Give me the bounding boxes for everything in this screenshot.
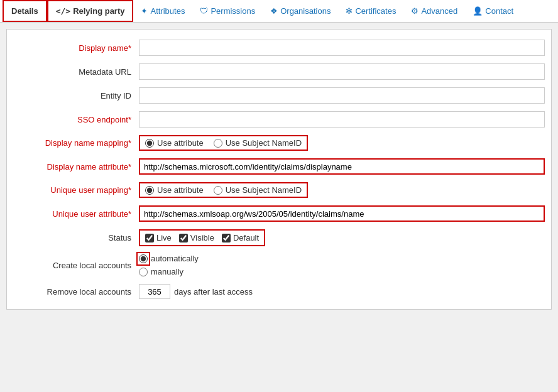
remove-days-suffix: days after last access (174, 287, 253, 297)
display-name-attribute-label: Display name attribute* (13, 162, 139, 172)
unique-use-subject-radio[interactable] (214, 186, 222, 195)
status-row: Status Live Visible Default (7, 226, 551, 250)
create-auto-option[interactable]: automatically (139, 254, 199, 263)
sso-endpoint-label: SSO endpoint* (13, 115, 139, 124)
create-auto-label: automatically (151, 254, 199, 263)
sso-endpoint-row: SSO endpoint* (7, 107, 551, 131)
remove-days-input[interactable] (139, 284, 170, 299)
unique-user-mapping-row: Unique user mapping* Use attribute Use S… (7, 178, 551, 202)
unique-use-subject-option[interactable]: Use Subject NameID (214, 185, 302, 195)
tab-relying-party[interactable]: </> Relying party (47, 0, 134, 22)
tab-bar: Details </> Relying party ✦ Attributes 🛡… (0, 0, 558, 23)
relying-party-icon: </> (56, 6, 70, 16)
tab-attributes[interactable]: ✦ Attributes (133, 1, 192, 21)
status-default-label: Default (233, 233, 259, 242)
certificates-label: Certificates (355, 6, 396, 16)
tab-organisations[interactable]: ❖ Organisations (263, 1, 338, 21)
create-local-accounts-group: automatically manually (139, 254, 199, 276)
entity-id-label: Entity ID (13, 91, 139, 101)
certificates-icon: ✻ (346, 6, 353, 16)
remove-local-accounts-label: Remove local accounts (13, 287, 139, 297)
unique-user-mapping-label: Unique user mapping* (13, 185, 139, 195)
status-live-option[interactable]: Live (145, 233, 172, 242)
permissions-icon: 🛡 (200, 6, 208, 16)
mapping-use-attribute-radio[interactable] (145, 139, 154, 148)
unique-user-mapping-group: Use attribute Use Subject NameID (139, 182, 308, 198)
mapping-use-subject-radio[interactable] (214, 139, 222, 148)
status-live-checkbox[interactable] (145, 234, 154, 242)
status-default-option[interactable]: Default (222, 233, 259, 242)
create-local-accounts-row: Create local accounts automatically manu… (7, 250, 551, 280)
details-label: Details (11, 6, 38, 16)
unique-use-attribute-label: Use attribute (157, 185, 204, 195)
display-name-attribute-row: Display name attribute* (7, 155, 551, 178)
metadata-url-label: Metadata URL (13, 67, 139, 77)
display-name-mapping-row: Display name mapping* Use attribute Use … (7, 131, 551, 155)
display-name-mapping-label: Display name mapping* (13, 138, 139, 148)
organisations-icon: ❖ (270, 6, 278, 16)
status-group: Live Visible Default (139, 229, 265, 246)
create-manual-radio[interactable] (139, 268, 148, 276)
form-container: Display name* Metadata URL Entity ID SSO… (6, 29, 552, 310)
unique-use-subject-label: Use Subject NameID (226, 185, 302, 195)
mapping-use-subject-option[interactable]: Use Subject NameID (214, 138, 302, 148)
tab-permissions[interactable]: 🛡 Permissions (192, 1, 263, 21)
permissions-label: Permissions (211, 6, 255, 16)
status-default-checkbox[interactable] (222, 234, 231, 242)
status-label: Status (13, 233, 139, 242)
sso-endpoint-input[interactable] (139, 111, 545, 128)
contact-icon: 👤 (473, 6, 483, 16)
entity-id-row: Entity ID (7, 84, 551, 107)
entity-id-input[interactable] (139, 87, 545, 104)
create-local-accounts-label: Create local accounts (13, 261, 139, 270)
display-name-attribute-input[interactable] (139, 158, 545, 175)
display-name-label: Display name* (13, 43, 139, 53)
display-name-row: Display name* (7, 36, 551, 60)
status-live-label: Live (156, 233, 172, 242)
mapping-use-attribute-label: Use attribute (157, 138, 204, 148)
attributes-label: Attributes (150, 6, 185, 16)
create-auto-radio[interactable] (139, 254, 148, 263)
tab-contact[interactable]: 👤 Contact (465, 1, 521, 21)
tab-details[interactable]: Details (3, 0, 47, 22)
unique-use-attribute-option[interactable]: Use attribute (145, 185, 204, 195)
remove-local-accounts-row: Remove local accounts days after last ac… (7, 280, 551, 303)
create-manual-option[interactable]: manually (139, 267, 199, 276)
display-name-mapping-group: Use attribute Use Subject NameID (139, 135, 308, 151)
display-name-input[interactable] (139, 40, 545, 56)
status-visible-label: Visible (190, 233, 214, 242)
create-manual-label: manually (151, 267, 183, 276)
status-visible-checkbox[interactable] (179, 234, 188, 242)
tab-certificates[interactable]: ✻ Certificates (338, 1, 403, 21)
unique-user-attribute-row: Unique user attribute* (7, 202, 551, 226)
relying-party-label: Relying party (73, 6, 124, 16)
advanced-label: Advanced (421, 6, 457, 16)
attributes-icon: ✦ (141, 6, 148, 16)
metadata-url-input[interactable] (139, 63, 545, 80)
mapping-use-attribute-option[interactable]: Use attribute (145, 138, 204, 148)
organisations-label: Organisations (280, 6, 331, 16)
unique-user-attribute-label: Unique user attribute* (13, 209, 139, 219)
metadata-url-row: Metadata URL (7, 60, 551, 84)
mapping-use-subject-label: Use Subject NameID (226, 138, 302, 148)
tab-advanced[interactable]: ⚙ Advanced (403, 1, 465, 21)
status-visible-option[interactable]: Visible (179, 233, 214, 242)
advanced-icon: ⚙ (411, 6, 418, 16)
unique-user-attribute-input[interactable] (139, 205, 545, 222)
unique-use-attribute-radio[interactable] (145, 186, 154, 195)
contact-label: Contact (485, 6, 513, 16)
